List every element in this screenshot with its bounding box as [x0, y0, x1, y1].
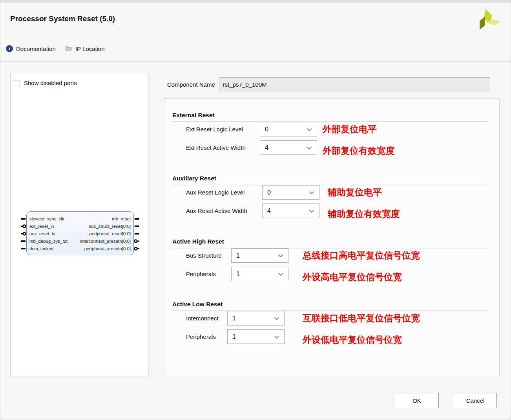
section-auxillary-reset: Auxillary Reset Aux Reset Logic Level 0 … — [164, 175, 499, 218]
chevron-down-icon — [307, 144, 312, 151]
ip-symbol-panel: Show disabled ports slowest_sync_clk mb_… — [10, 73, 148, 376]
aux-reset-logic-level-dropdown[interactable]: 0 — [262, 185, 319, 200]
form-row: Peripherals 1 外设高电平复位信号位宽 — [186, 267, 488, 281]
port-label: peripheral_reset[0:0] — [80, 231, 131, 236]
show-disabled-ports-row[interactable]: Show disabled ports — [14, 80, 77, 86]
input-pin-dash-icon — [21, 247, 26, 251]
chevron-down-icon — [309, 189, 314, 196]
component-name-row: Component Name — [167, 77, 490, 91]
port-label: interconnect_aresetn[0:0] — [80, 239, 131, 244]
annotation-text: 辅助复位有效宽度 — [328, 208, 400, 220]
field-label: Interconnect — [186, 315, 227, 322]
chevron-down-icon — [278, 252, 283, 259]
dropdown-value: 1 — [228, 333, 236, 340]
dropdown-value: 1 — [228, 315, 236, 322]
page-title: Processor System Reset (5.0) — [10, 15, 115, 23]
port-label: mb_debug_sys_rst — [29, 239, 80, 244]
chevron-down-icon — [307, 126, 312, 133]
form-row: Aux Reset Active Width 4 辅助复位有效宽度 — [186, 204, 488, 218]
ip-customization-dialog: Processor System Reset (5.0) i Documenta… — [0, 0, 511, 420]
ok-button[interactable]: OK — [395, 393, 439, 408]
output-pin-ball-icon — [134, 247, 139, 251]
component-name-label: Component Name — [167, 81, 215, 88]
port-label: peripheral_aresetn[0:0] — [80, 246, 131, 251]
section-title: External Reset — [172, 112, 488, 119]
dropdown-value: 4 — [260, 144, 268, 151]
info-icon: i — [6, 45, 13, 52]
ip-location-button[interactable]: IP Location — [65, 45, 105, 52]
input-pin-ball-icon — [21, 232, 26, 236]
input-pin-ball-icon — [21, 224, 26, 228]
output-pin-dash-icon — [134, 224, 139, 228]
port-label: mb_reset — [80, 216, 131, 221]
section-active-low-reset: Active Low Reset Interconnect 1 互联接口低电平复… — [164, 301, 499, 344]
input-pin-dash-icon — [21, 239, 26, 243]
port-label: bus_struct_reset[0:0] — [80, 224, 131, 229]
port-label: ext_reset_in — [29, 224, 80, 229]
dropdown-value: 1 — [232, 252, 240, 259]
interconnect-width-dropdown[interactable]: 1 — [227, 311, 285, 325]
section-title: Auxillary Reset — [172, 175, 488, 182]
form-row: Bus Structure 1 总线接口高电平复位信号位宽 — [186, 248, 488, 263]
port-row: ext_reset_in bus_struct_reset[0:0] — [21, 222, 139, 230]
port-row: dcm_locked peripheral_aresetn[0:0] — [21, 245, 139, 253]
aux-reset-active-width-dropdown[interactable]: 4 — [262, 204, 319, 218]
component-name-input[interactable] — [219, 77, 490, 91]
section-active-high-reset: Active High Reset Bus Structure 1 总线接口高电… — [164, 238, 499, 281]
field-label: Bus Structure — [186, 252, 231, 259]
annotation-text: 互联接口低电平复位信号位宽 — [303, 312, 420, 324]
documentation-button[interactable]: i Documentation — [6, 45, 56, 52]
header-divider — [0, 61, 511, 62]
vivado-logo-icon — [478, 7, 502, 32]
field-label: Peripherals — [186, 271, 231, 277]
chevron-down-icon — [278, 271, 283, 278]
cancel-button[interactable]: Cancel — [454, 393, 497, 408]
form-row: Ext Reset Active Width 4 外部复位有效宽度 — [186, 140, 488, 155]
field-label: Aux Reset Active Width — [186, 207, 262, 214]
peripherals-low-width-dropdown[interactable]: 1 — [227, 329, 285, 344]
dropdown-value: 0 — [263, 189, 271, 196]
folder-icon — [65, 45, 72, 52]
chevron-down-icon — [274, 315, 279, 322]
dropdown-value: 1 — [232, 271, 240, 278]
configuration-panel: External Reset Ext Reset Logic Level 0 外… — [164, 98, 500, 376]
titlebar-strip — [0, 0, 511, 3]
output-pin-ball-icon — [134, 239, 139, 243]
form-row: Peripherals 1 外设低电平复位信号位宽 — [186, 329, 488, 344]
bus-structure-width-dropdown[interactable]: 1 — [231, 248, 288, 263]
field-label: Ext Reset Logic Level — [186, 126, 260, 133]
section-external-reset: External Reset Ext Reset Logic Level 0 外… — [164, 112, 499, 155]
show-disabled-ports-label: Show disabled ports — [24, 80, 77, 86]
ext-reset-logic-level-dropdown[interactable]: 0 — [260, 122, 317, 136]
form-row: Aux Reset Logic Level 0 辅助复位电平 — [186, 185, 488, 200]
ip-location-label: IP Location — [75, 45, 105, 52]
form-row: Interconnect 1 互联接口低电平复位信号位宽 — [186, 311, 488, 325]
input-pin-dash-icon — [21, 217, 26, 221]
annotation-text: 外设低电平复位信号位宽 — [303, 334, 402, 346]
section-title: Active High Reset — [172, 238, 488, 245]
port-row: mb_debug_sys_rst interconnect_aresetn[0:… — [21, 238, 139, 245]
dropdown-value: 4 — [263, 207, 271, 215]
chevron-down-icon — [309, 207, 314, 215]
annotation-text: 辅助复位电平 — [328, 186, 382, 198]
toolbar: i Documentation IP Location — [6, 45, 105, 52]
chevron-down-icon — [274, 333, 279, 340]
port-label: aux_reset_in — [29, 231, 80, 236]
ip-block-diagram: slowest_sync_clk mb_reset ext_reset_in b… — [21, 211, 139, 255]
field-label: Aux Reset Logic Level — [186, 189, 262, 196]
peripherals-high-width-dropdown[interactable]: 1 — [231, 267, 288, 281]
output-pin-dash-icon — [134, 232, 139, 236]
form-row: Ext Reset Logic Level 0 外部复位电平 — [186, 122, 488, 136]
show-disabled-ports-checkbox[interactable] — [14, 80, 20, 86]
port-label: slowest_sync_clk — [29, 216, 80, 221]
port-label: dcm_locked — [29, 246, 80, 251]
field-label: Peripherals — [186, 333, 227, 340]
annotation-text: 外部复位电平 — [323, 123, 377, 135]
field-label: Ext Reset Active Width — [186, 144, 260, 151]
port-row: slowest_sync_clk mb_reset — [21, 215, 139, 222]
annotation-text: 外设高电平复位信号位宽 — [303, 271, 402, 283]
ext-reset-active-width-dropdown[interactable]: 4 — [260, 140, 317, 155]
section-title: Active Low Reset — [172, 301, 488, 308]
annotation-text: 外部复位有效宽度 — [323, 145, 395, 157]
dropdown-value: 0 — [260, 126, 268, 133]
